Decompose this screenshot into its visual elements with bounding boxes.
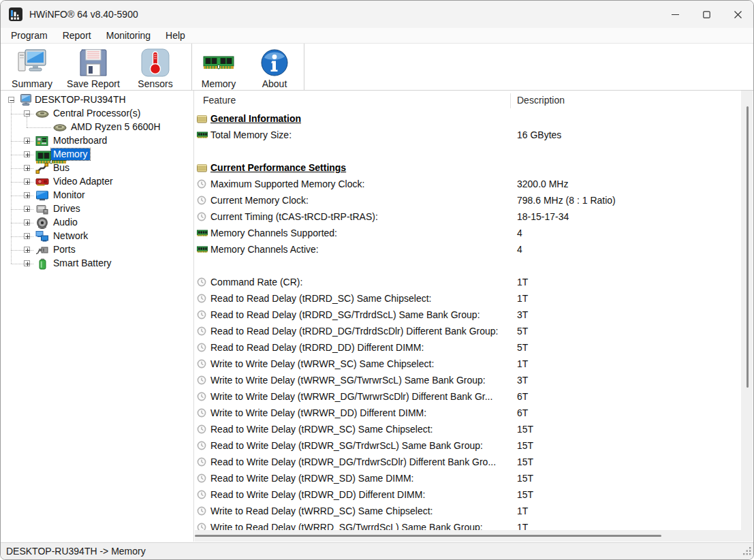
feature-row[interactable]: Read to Read Delay (tRDRD_SC) Same Chips… <box>195 290 741 307</box>
menu-monitoring[interactable]: Monitoring <box>99 30 158 41</box>
feature-row[interactable]: Write to Write Delay (tWRWR_SG/TwrwrScL)… <box>195 372 741 388</box>
feature-row[interactable]: Write to Write Delay (tWRWR_DD) Differen… <box>195 405 741 421</box>
feature-row[interactable]: Read to Write Delay (tRDWR_SD) Same DIMM… <box>195 470 741 486</box>
feature-row[interactable]: Current Memory Clock:798.6 MHz (8 : 1 Ra… <box>195 192 741 208</box>
expand-plus-icon[interactable] <box>24 165 30 171</box>
section-icon <box>197 164 208 172</box>
tree-item-monitor[interactable]: Monitor <box>1 189 193 202</box>
expand-plus-icon[interactable] <box>24 247 30 253</box>
description-value: 4 <box>510 228 522 238</box>
toolbar-button-label: Sensors <box>138 78 172 89</box>
feature-row[interactable]: Current Timing (tCAS-tRCD-tRP-tRAS):18-1… <box>195 208 741 225</box>
tree-item-memory[interactable]: Memory <box>1 148 193 161</box>
description-value: 4 <box>510 244 522 255</box>
feature-row[interactable]: Read to Write Delay (tRDWR_SG/TrdwrScL) … <box>195 437 741 454</box>
feature-row[interactable]: Maximum Supported Memory Clock:3200.0 MH… <box>195 176 741 192</box>
column-separator[interactable] <box>510 93 511 108</box>
tree-item-video-adapter[interactable]: Video Adapter <box>1 175 193 189</box>
resize-grip-icon[interactable] <box>742 546 751 557</box>
menu-report[interactable]: Report <box>55 30 99 41</box>
tree-item-smart-battery[interactable]: Smart Battery <box>1 257 193 270</box>
feature-row[interactable]: Command Rate (CR):1T <box>195 274 741 290</box>
tree-item-label[interactable]: Drives <box>51 203 82 215</box>
feature-cell: Total Memory Size: <box>195 129 510 140</box>
toolbar-save-report-button[interactable]: Save Report <box>62 44 125 90</box>
feature-cell: Read to Write Delay (tRDWR_DG/TrdwrScDlr… <box>195 456 510 467</box>
section-row[interactable]: Current Performance Settings <box>195 159 741 176</box>
expand-plus-icon[interactable] <box>24 178 30 185</box>
menu-help[interactable]: Help <box>158 30 193 41</box>
feature-row[interactable]: Read to Write Delay (tRDWR_DG/TrdwrScDlr… <box>195 454 741 470</box>
tree-item-motherboard[interactable]: Motherboard <box>1 134 193 148</box>
tree-item-amd-ryzen-5-6600h[interactable]: AMD Ryzen 5 6600H <box>1 121 193 134</box>
vertical-scrollbar-thumb[interactable] <box>747 106 749 388</box>
tree-item-label[interactable]: AMD Ryzen 5 6600H <box>69 121 163 133</box>
feature-row[interactable]: Total Memory Size:16 GBytes <box>195 127 741 143</box>
horizontal-scrollbar-thumb[interactable] <box>195 535 661 537</box>
tree-item-bus[interactable]: Bus <box>1 161 193 175</box>
feature-row[interactable]: Write to Read Delay (tWRRD_SG/TwrrdScL) … <box>195 519 741 530</box>
tree-item-label[interactable]: DESKTOP-RU394TH <box>33 94 128 106</box>
minimize-button[interactable] <box>659 1 691 28</box>
feature-label: Read to Read Delay (tRDRD_DG/TrdrdScDlr)… <box>210 326 498 337</box>
toolbar-about-button[interactable]: About <box>245 44 304 90</box>
tree-item-label[interactable]: Motherboard <box>51 135 109 146</box>
tree-item-label[interactable]: Memory <box>51 149 90 160</box>
tree-item-label[interactable]: Bus <box>51 162 72 174</box>
tree-item-label[interactable]: Audio <box>51 217 80 228</box>
feature-cell: Memory Channels Active: <box>195 244 510 255</box>
description-value: 6T <box>510 407 528 418</box>
feature-row[interactable]: Read to Read Delay (tRDRD_DD) Different … <box>195 339 741 356</box>
clock-icon <box>197 490 208 499</box>
toolbar-memory-button[interactable]: Memory <box>192 44 245 90</box>
section-icon <box>197 114 208 123</box>
collapse-minus-icon[interactable] <box>8 97 14 103</box>
tree-item-desktop-ru394th[interactable]: DESKTOP-RU394TH <box>1 93 193 107</box>
toolbar-summary-button[interactable]: Summary <box>2 44 62 90</box>
tree-item-label[interactable]: Video Adapter <box>51 176 115 187</box>
expand-plus-icon[interactable] <box>24 138 30 144</box>
feature-row[interactable]: Read to Write Delay (tRDWR_DD) Different… <box>195 486 741 503</box>
expand-plus-icon[interactable] <box>24 233 30 239</box>
feature-row[interactable]: Read to Write Delay (tRDWR_SC) Same Chip… <box>195 421 741 437</box>
expand-plus-icon[interactable] <box>24 151 30 157</box>
close-button[interactable] <box>722 1 753 28</box>
tree-item-label[interactable]: Central Processor(s) <box>51 108 142 119</box>
minimize-icon <box>672 11 679 18</box>
expand-plus-icon[interactable] <box>24 206 30 212</box>
tree-item-label[interactable]: Network <box>51 230 90 242</box>
vertical-scrollbar[interactable] <box>741 91 753 530</box>
maximize-button[interactable] <box>691 1 722 28</box>
column-header-description[interactable]: Description <box>517 95 565 106</box>
expand-plus-icon[interactable] <box>24 192 30 198</box>
menu-program[interactable]: Program <box>3 30 55 41</box>
feature-row[interactable]: Write to Write Delay (tWRWR_DG/TwrwrScDl… <box>195 388 741 405</box>
tree-item-ports[interactable]: Ports <box>1 243 193 257</box>
tree-item-label[interactable]: Monitor <box>51 189 87 201</box>
horizontal-scrollbar[interactable] <box>195 530 741 542</box>
expand-plus-icon[interactable] <box>24 219 30 225</box>
tree-item-label[interactable]: Ports <box>51 244 78 255</box>
collapse-minus-icon[interactable] <box>24 110 30 116</box>
column-header-feature[interactable]: Feature <box>203 95 236 106</box>
tree-item-audio[interactable]: Audio <box>1 216 193 230</box>
feature-cell: Maximum Supported Memory Clock: <box>195 178 510 189</box>
feature-row[interactable]: Memory Channels Active:4 <box>195 241 741 258</box>
feature-row[interactable]: Read to Read Delay (tRDRD_DG/TrdrdScDlr)… <box>195 323 741 339</box>
tree-item-label[interactable]: Smart Battery <box>51 258 114 269</box>
feature-row[interactable]: Read to Read Delay (tRDRD_SG/TrdrdScL) S… <box>195 307 741 323</box>
expand-plus-icon[interactable] <box>24 260 30 266</box>
feature-row[interactable]: Write to Write Delay (tWRWR_SC) Same Chi… <box>195 356 741 372</box>
memory-stick-icon <box>203 48 234 78</box>
feature-cell: Read to Write Delay (tRDWR_SC) Same Chip… <box>195 424 510 435</box>
menu-bar: ProgramReportMonitoringHelp <box>1 28 753 44</box>
feature-row[interactable]: Write to Read Delay (tWRRD_SC) Same Chip… <box>195 503 741 519</box>
tree-item-central-processor-s-[interactable]: Central Processor(s) <box>1 107 193 121</box>
toolbar-sensors-button[interactable]: Sensors <box>125 44 186 90</box>
feature-list-panel: Feature Description General InformationT… <box>195 91 753 542</box>
tree-item-network[interactable]: Network <box>1 230 193 243</box>
section-row[interactable]: General Information <box>195 110 741 127</box>
description-value: 15T <box>510 424 533 435</box>
feature-row[interactable]: Memory Channels Supported:4 <box>195 225 741 241</box>
tree-item-drives[interactable]: Drives <box>1 202 193 216</box>
